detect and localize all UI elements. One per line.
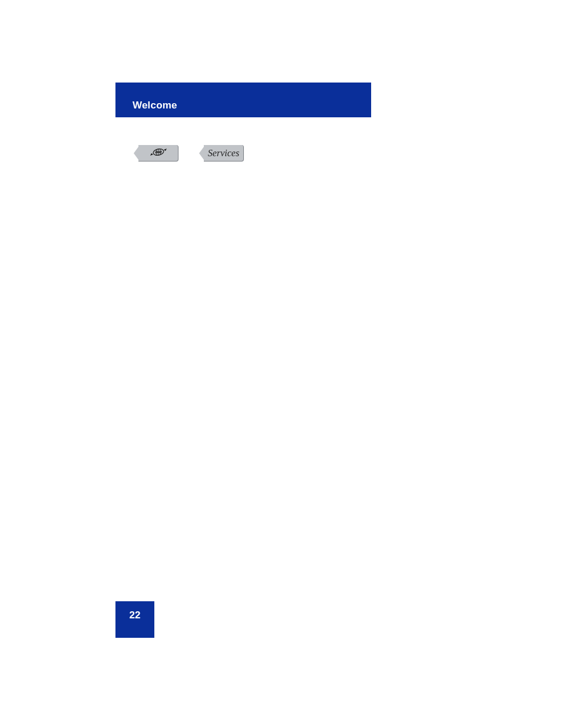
header-bar: Welcome (115, 83, 371, 117)
header-title: Welcome (133, 100, 177, 111)
sync-button[interactable] (138, 145, 178, 162)
page-number-box: 22 (115, 601, 154, 638)
page-number: 22 (130, 610, 141, 621)
services-button[interactable]: Services (204, 145, 244, 162)
sync-icon (148, 146, 168, 160)
services-button-label: Services (208, 148, 239, 159)
